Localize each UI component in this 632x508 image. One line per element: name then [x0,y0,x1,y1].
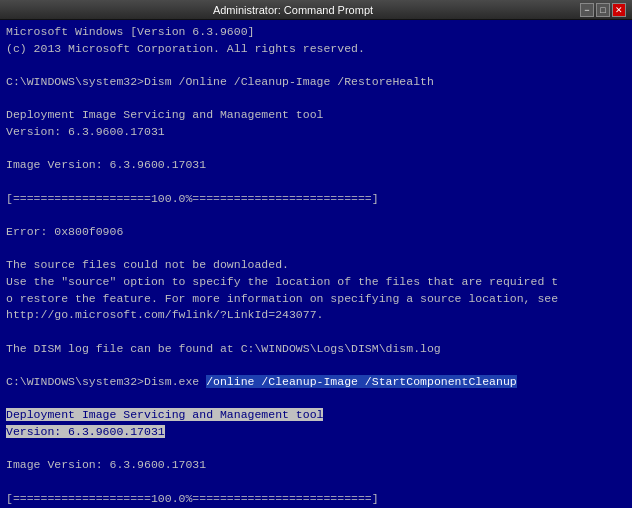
title-bar-text: Administrator: Command Prompt [6,4,580,16]
terminal-window[interactable]: Microsoft Windows [Version 6.3.9600] (c)… [0,20,632,508]
maximize-button[interactable]: □ [596,3,610,17]
close-button[interactable]: ✕ [612,3,626,17]
terminal-output: Microsoft Windows [Version 6.3.9600] (c)… [6,24,626,508]
minimize-button[interactable]: − [580,3,594,17]
title-bar: Administrator: Command Prompt − □ ✕ [0,0,632,20]
